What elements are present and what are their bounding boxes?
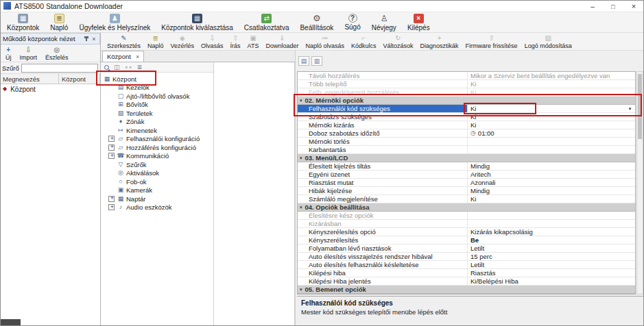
grid-row-elesitett-kijelzes-tiltas[interactable]: Élesített kijelzés tiltásMindig — [298, 162, 635, 171]
collapse-icon[interactable] — [300, 155, 302, 160]
dropdown-arrow-icon[interactable] — [625, 105, 634, 112]
grid-section-05-bemenet-opciok[interactable]: 05. Bemenet opciók — [298, 286, 635, 294]
grid-row-auto-elesites-visszajelzes-rendszer-hibaval[interactable]: Auto élesítés visszajelzés rendszer hibá… — [298, 253, 635, 261]
grid-section-04-opciok-beallitasa[interactable]: 04. Opciók beállítása — [298, 203, 635, 212]
grid-row-kilepesi-hiba[interactable]: Kilépési hibaRiasztás — [298, 269, 635, 277]
grid-row-riasztast-mutat[interactable]: Riasztást mutatAzonnali — [298, 179, 635, 187]
expand-icon[interactable] — [108, 196, 115, 202]
grid-row-kenyszerelesites[interactable]: KényszerélesítésBe — [298, 236, 635, 244]
grid-row-szamlalo-megjelenitese[interactable]: Számláló megjelenítéseKi — [298, 195, 635, 203]
grid-row-elesitesre-kesz-opciok[interactable]: Élesítésre kész opciók — [298, 212, 635, 220]
tree-item-zonak[interactable]: Zónák — [101, 118, 213, 127]
tree-item-kezelok[interactable]: Kezelők — [101, 84, 213, 92]
toolbar2-button-vezerles[interactable]: Vezérlés — [167, 33, 198, 50]
toolbar2-button-naplo-olvasas[interactable]: Napló olvasás — [302, 33, 348, 50]
tree-item-szurok[interactable]: Szűrők — [101, 160, 213, 169]
tree-item-kamerak[interactable]: Kamerák — [101, 186, 213, 195]
tree-item-kommunikacio[interactable]: Kommunikáció — [101, 152, 213, 161]
column-header-megnevezes[interactable]: Megnevezés — [0, 74, 59, 84]
tab-kozpont[interactable]: Központ — [102, 51, 144, 62]
tree-item-bovitok[interactable]: Bővítők — [101, 101, 213, 110]
toolbar-button-kilepes[interactable]: Kilépés — [402, 12, 436, 32]
tree-item-kozpont[interactable]: Központ — [101, 75, 213, 84]
tree-item-ajto-liftbovito-olvasok[interactable]: Ajtó-/liftbővítő olvasók — [101, 92, 213, 101]
grid-scrollbar[interactable] — [636, 71, 643, 294]
scrollbar-thumb[interactable] — [638, 74, 642, 139]
grid-row-doboz-szabotazs-idozito[interactable]: Doboz szabotázs időzítő01:00 — [298, 129, 635, 138]
search-icon[interactable] — [104, 65, 109, 70]
tree-item-audio-eszkozok[interactable]: Audio eszközök — [101, 203, 213, 212]
grid-section-02-mernoki-opciok[interactable]: 02. Mérnöki opciók — [298, 97, 635, 105]
toolbar2-button-valtozasok[interactable]: Változások — [380, 33, 417, 50]
list-view-icon[interactable] — [137, 64, 143, 71]
tree-item-label: Területek — [126, 110, 153, 117]
toolbar2-button-firmware-frissitese[interactable]: Firmware frissítése — [462, 33, 521, 50]
maximize-button[interactable] — [603, 0, 623, 12]
toolbar-button-csatlakoztatva[interactable]: Csatlakoztatva — [239, 12, 295, 32]
tree-item-hozzaferes-konfiguracio[interactable]: Hozzáférés konfiguráció — [101, 143, 213, 152]
collapse-icon[interactable] — [300, 287, 302, 292]
toolbar-button-kozpontok[interactable]: Központok — [1, 12, 45, 32]
collapse-icon[interactable] — [300, 205, 302, 210]
tree-item-teruletek[interactable]: Területek — [101, 109, 213, 118]
expand-icon[interactable] — [108, 136, 115, 142]
alphabetical-sort-icon[interactable] — [311, 56, 322, 66]
grid-row-felhasznaloi-kod-szukseges[interactable]: Felhasználói kód szükségesKi — [298, 105, 635, 113]
toolbar2-button-naplo[interactable]: Napló — [144, 33, 167, 50]
collapse-icon[interactable] — [300, 98, 302, 103]
tree-item-fob-ok[interactable]: Fob-ok — [101, 177, 213, 186]
toolbar2-button-kodkulcs[interactable]: Kódkulcs — [348, 33, 380, 50]
grid-row-mernoki-torles[interactable]: Mérnöki törlés — [298, 138, 635, 146]
tab-close-icon[interactable] — [136, 53, 139, 60]
grid-row-tavoli-hozzaferes[interactable]: Távoli hozzáférésMikor a Szerviz bent be… — [298, 72, 635, 80]
expand-icon[interactable] — [108, 145, 115, 151]
toolbar2-button-downloader[interactable]: Downloader — [262, 33, 302, 50]
grid-row-szabotazs-szukseges[interactable]: Szabotázs szükségesKi — [298, 113, 635, 121]
categorized-view-icon[interactable] — [298, 56, 309, 66]
toolbar-button-kozpontok-kivalasztasa[interactable]: Központok kiválasztása — [156, 12, 239, 32]
close-button[interactable] — [623, 0, 644, 12]
expand-icon[interactable] — [108, 153, 115, 159]
button-eszleles[interactable]: Észlelés — [41, 45, 73, 62]
filter-input[interactable] — [21, 64, 98, 73]
grid-row-folyamatban-levo-riasztasok[interactable]: Folyamatban lévő riasztásokLetilt — [298, 244, 635, 253]
app-icon — [3, 2, 11, 10]
toolbar-button-ugyfelek-es-helyszinek[interactable]: Ügyfelek és Helyszínek — [73, 12, 156, 32]
toolbar-button-beallitasok[interactable]: Beállítások — [294, 12, 339, 32]
grid-section-03-menu-lcd[interactable]: 03. Menü/LCD — [298, 154, 635, 162]
toolbar2-button-olvasas[interactable]: Olvasás — [198, 33, 227, 50]
pin-icon[interactable] — [84, 36, 89, 42]
grid-row-egyeni-uzenet[interactable]: Egyéni üzenetAritech — [298, 171, 635, 179]
toolbar2-button-diagnosztikak[interactable]: Diagnosztikák — [417, 33, 462, 50]
grid-row-mernoki-kizaras[interactable]: Mérnöki kizárásKi — [298, 121, 635, 129]
panel-close-icon[interactable] — [91, 35, 97, 42]
grid-row-tobb-telepito[interactable]: Több telepítőKi — [298, 80, 635, 88]
expand-icon[interactable] — [108, 204, 115, 210]
toolbar2-button-logo-modositasa[interactable]: Logó módosítása — [521, 33, 575, 50]
button-uj[interactable]: Új — [1, 45, 16, 62]
tree-item-aktivalasok[interactable]: Aktiválások — [101, 169, 213, 178]
button-import[interactable]: Import — [16, 45, 42, 62]
grid-row-auto-elesites-felhasznaloi-kesleltetese[interactable]: Auto élesítés felhasználói késleltetéseL… — [298, 261, 635, 269]
grid-row-karbantartas[interactable]: Karbantartás — [298, 146, 635, 154]
toolbar2-button-szerkesztes[interactable]: Szerkesztés — [104, 33, 144, 50]
central-row-kozpont[interactable]: Központ — [0, 84, 100, 94]
grid-row-hibak-kijelzese[interactable]: Hibák kijelzéseMindig — [298, 187, 635, 195]
panels-view-icon[interactable] — [114, 64, 120, 71]
grid-row-kilepesi-hiba-jelentes[interactable]: Kilépési Hiba jelentésKi/Belépési Hiba — [298, 277, 635, 286]
grid-row-kizarasban[interactable]: Kizárásban — [298, 220, 635, 228]
toolbar2-button-ats[interactable]: ATS — [244, 33, 263, 50]
toolbar2-button-iras[interactable]: Írás — [227, 33, 244, 50]
toolbar-button-nevjegy[interactable]: Névjegy — [366, 12, 402, 32]
bottom-scrollbar-thumb[interactable] — [0, 319, 21, 326]
grid-row-felh-engedelyezett-hozzaferes[interactable]: Felh. engedélyezett hozzáférésKi — [298, 88, 635, 97]
minimize-button[interactable] — [582, 0, 603, 12]
toolbar-button-sugo[interactable]: Súgó — [339, 12, 366, 32]
toolbar-button-naplo[interactable]: Napló — [45, 12, 73, 32]
column-header-kozpont[interactable]: Központ — [59, 74, 100, 84]
grid-row-kenyszerelesites-opcio[interactable]: Kényszerélesítés opcióKizárás kikapcsolá… — [298, 228, 635, 236]
tree-item-naptar[interactable]: Naptár — [101, 195, 213, 203]
tree-item-kimenetek[interactable]: Kimenetek — [101, 126, 213, 135]
nodes-view-icon[interactable] — [125, 64, 132, 71]
tree-item-felhasznaloi-konfiguracio[interactable]: Felhasználói konfiguráció — [101, 135, 213, 144]
